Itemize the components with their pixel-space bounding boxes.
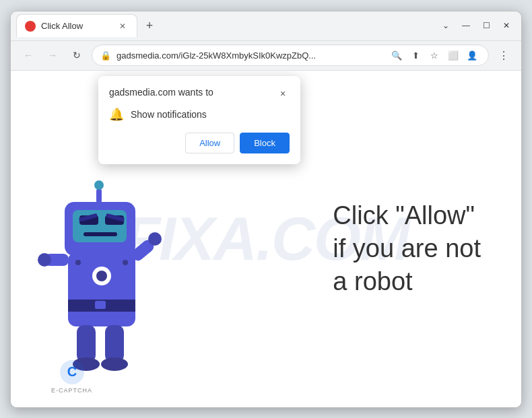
forward-button[interactable]: →: [43, 46, 62, 65]
block-button[interactable]: Block: [240, 133, 290, 153]
page-content: FIXA.COM: [11, 71, 521, 407]
url-text: gadsmedia.com/iGlz-25kW8XmbykSIk0KwzpZbQ…: [117, 50, 383, 61]
address-bar: ← → ↻ 🔒 gadsmedia.com/iGlz-25kW8XmbykSIk…: [11, 41, 521, 71]
main-text-content: Click "Allow" if you are not a robot: [333, 199, 481, 298]
ecaptcha-label: E-CAPTCHA: [51, 387, 92, 394]
svg-rect-15: [77, 325, 96, 362]
bookmark-icon[interactable]: ☆: [426, 47, 442, 63]
share-icon[interactable]: ⬆: [407, 47, 424, 63]
main-text-line3: a robot: [333, 267, 412, 295]
ecaptcha-branding: C E-CAPTCHA: [51, 359, 92, 394]
profile-icon[interactable]: 👤: [464, 47, 480, 63]
main-text-block: Click "Allow" if you are not a robot: [333, 199, 481, 298]
svg-point-14: [148, 232, 162, 246]
back-button[interactable]: ←: [19, 46, 38, 65]
allow-button[interactable]: Allow: [185, 133, 234, 153]
restore-down-icon[interactable]: ⌄: [436, 16, 455, 35]
new-tab-button[interactable]: +: [140, 16, 159, 35]
main-text-line1: Click "Allow": [333, 201, 475, 229]
popup-close-button[interactable]: ×: [276, 87, 290, 100]
svg-rect-9: [96, 188, 102, 203]
bell-icon: 🔔: [109, 107, 124, 122]
svg-point-20: [96, 271, 107, 281]
popup-header: gadsmedia.com wants to ×: [109, 87, 290, 100]
svg-point-10: [94, 180, 104, 190]
tab-close-button[interactable]: ✕: [117, 20, 129, 32]
close-button[interactable]: ✕: [497, 16, 516, 35]
browser-menu-button[interactable]: ⋮: [494, 46, 513, 65]
notification-popup: gadsmedia.com wants to × 🔔 Show notifica…: [98, 76, 300, 164]
svg-text:C: C: [67, 364, 76, 379]
svg-rect-16: [105, 325, 124, 362]
minimize-button[interactable]: —: [457, 16, 475, 35]
popup-actions: Allow Block: [109, 133, 290, 153]
svg-point-22: [75, 260, 81, 265]
popup-title: gadsmedia.com wants to: [109, 87, 213, 98]
svg-rect-3: [73, 210, 127, 242]
active-tab[interactable]: Click Allow ✕: [16, 14, 137, 37]
svg-point-18: [101, 357, 128, 371]
tablet-view-icon[interactable]: ⬜: [445, 47, 461, 63]
svg-rect-21: [95, 301, 106, 309]
lock-icon: 🔒: [100, 50, 111, 61]
browser-window: Click Allow ✕ + ⌄ — ☐ ✕ ← → ↻ 🔒 gadsmedi…: [10, 11, 522, 408]
permission-label: Show notifications: [131, 109, 207, 120]
tab-favicon: [25, 21, 36, 32]
svg-point-23: [123, 260, 128, 265]
main-text-line2: if you are not: [333, 234, 481, 263]
refresh-button[interactable]: ↻: [67, 46, 86, 65]
title-bar-right: ⌄ — ☐ ✕: [436, 16, 516, 35]
url-bar[interactable]: 🔒 gadsmedia.com/iGlz-25kW8XmbykSIk0KwzpZ…: [92, 44, 489, 66]
title-bar: Click Allow ✕ + ⌄ — ☐ ✕: [11, 11, 521, 41]
tab-bar: Click Allow ✕ +: [16, 14, 431, 37]
url-actions: 🔍 ⬆ ☆ ⬜ 👤: [389, 47, 480, 63]
svg-rect-8: [84, 232, 117, 236]
svg-point-12: [38, 253, 51, 267]
robot-illustration: [24, 151, 172, 407]
search-icon[interactable]: 🔍: [389, 47, 405, 63]
maximize-button[interactable]: ☐: [477, 16, 496, 35]
popup-permission-row: 🔔 Show notifications: [109, 107, 290, 122]
tab-title: Click Allow: [41, 21, 111, 31]
